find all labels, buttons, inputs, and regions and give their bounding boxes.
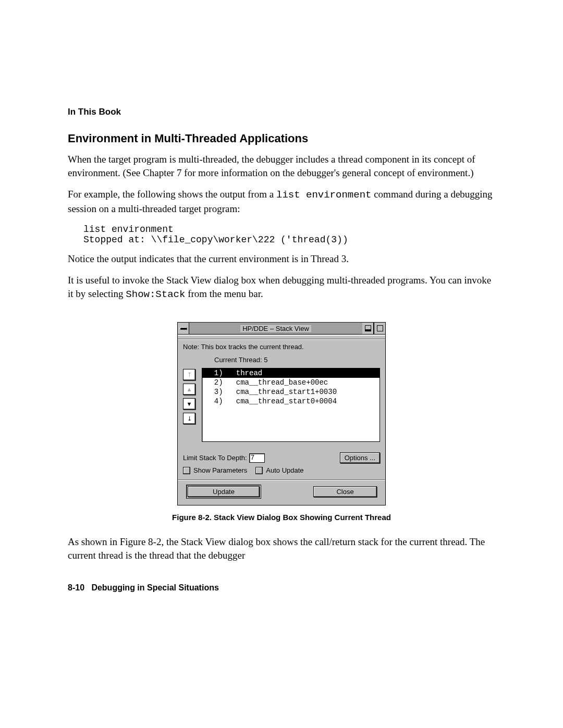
paragraph: For example, the following shows the out… <box>68 188 495 215</box>
checkbox-row: Show Parameters Auto Update <box>183 466 380 474</box>
paragraph: Notice the output indicates that the cur… <box>68 252 495 266</box>
limit-depth-control: Limit Stack To Depth: <box>183 453 265 463</box>
paragraph: It is useful to invoke the Stack View di… <box>68 274 495 301</box>
page-footer: 8-10 Debugging in Special Situations <box>68 583 495 593</box>
close-button[interactable]: Close <box>313 486 377 497</box>
code-line: list environment <box>83 224 174 235</box>
stack-view-dialog: HP/DDE – Stack View Note: This box track… <box>177 322 386 505</box>
inline-code: Show:Stack <box>126 289 185 300</box>
checkbox-label: Show Parameters <box>193 466 247 474</box>
default-button-ring: Update <box>186 485 261 499</box>
current-thread-label: Current Thread: 5 <box>214 356 380 364</box>
page: In This Book Environment in Multi-Thread… <box>0 0 563 728</box>
options-button[interactable]: Options ... <box>340 452 380 463</box>
maximize-icon <box>377 325 383 331</box>
minimize-icon <box>365 325 371 331</box>
controls-row: Limit Stack To Depth: Options ... <box>183 452 380 463</box>
note-text: Note: This box tracks the current thread… <box>183 343 380 351</box>
label-text: Current Thread: <box>214 356 264 364</box>
chapter-title: Debugging in Special Situations <box>91 583 218 592</box>
checkbox-label: Auto Update <box>266 466 303 474</box>
section-title: Environment in Multi-Threaded Applicatio… <box>68 132 495 145</box>
separator <box>178 479 385 480</box>
stack-area: ⤒ ▲ ▼ ⤓ 1) thread 2) cma__thread_base+00… <box>183 368 380 442</box>
scroll-up-button[interactable]: ▲ <box>183 384 195 395</box>
minimize-button[interactable] <box>362 323 374 334</box>
paragraph: As shown in Figure 8-2, the Stack View d… <box>68 535 495 562</box>
inline-code: list environment <box>276 189 371 201</box>
scroll-bottom-button[interactable]: ⤓ <box>183 413 195 424</box>
auto-update-check[interactable]: Auto Update <box>255 466 303 474</box>
scroll-buttons: ⤒ ▲ ▼ ⤓ <box>183 368 195 442</box>
stack-frame-row[interactable]: 4) cma__thread_start0+0004 <box>202 397 380 406</box>
triangle-down-icon: ▼ <box>187 401 192 407</box>
stack-frame-row[interactable]: 1) thread <box>202 368 380 378</box>
current-thread-value: 5 <box>264 356 267 364</box>
text: For example, the following shows the out… <box>68 189 276 200</box>
stack-listbox[interactable]: 1) thread 2) cma__thread_base+00ec 3) cm… <box>202 368 380 442</box>
system-menu-button[interactable] <box>178 323 189 334</box>
update-button[interactable]: Update <box>188 486 260 497</box>
maximize-button[interactable] <box>374 323 385 334</box>
limit-depth-label: Limit Stack To Depth: <box>183 454 247 462</box>
code-line: Stopped at: \\file_copy\worker\222 ('thr… <box>83 235 348 245</box>
separator <box>178 339 385 340</box>
stack-frame-row[interactable]: 3) cma__thread_start1+0030 <box>202 387 380 397</box>
running-head: In This Book <box>68 107 495 117</box>
triangle-up-icon: ▲ <box>187 386 192 392</box>
window-title: HP/DDE – Stack View <box>189 323 362 334</box>
scroll-down-button[interactable]: ▼ <box>183 398 195 410</box>
stack-frame-row[interactable]: 2) cma__thread_base+00ec <box>202 378 380 387</box>
paragraph: When the target program is multi-threade… <box>68 153 495 179</box>
titlebar: HP/DDE – Stack View <box>178 323 385 335</box>
dash-icon <box>180 327 187 330</box>
figure: HP/DDE – Stack View Note: This box track… <box>177 322 386 505</box>
scroll-top-button[interactable]: ⤒ <box>183 369 195 380</box>
figure-caption: Figure 8-2. Stack View Dialog Box Showin… <box>68 513 495 522</box>
show-parameters-check[interactable]: Show Parameters <box>183 466 247 474</box>
code-block: list environment Stopped at: \\file_copy… <box>83 224 495 245</box>
page-number: 8-10 <box>68 583 84 592</box>
checkbox-icon <box>183 467 190 474</box>
dialog-body: Note: This box tracks the current thread… <box>178 335 385 505</box>
triangle-bar-down-icon: ⤓ <box>187 415 192 422</box>
text: from the menu bar. <box>185 288 263 299</box>
dialog-buttons: Update Close <box>183 485 380 500</box>
checkbox-icon <box>255 467 263 474</box>
triangle-bar-up-icon: ⤒ <box>187 372 192 378</box>
limit-depth-input[interactable] <box>249 453 265 463</box>
